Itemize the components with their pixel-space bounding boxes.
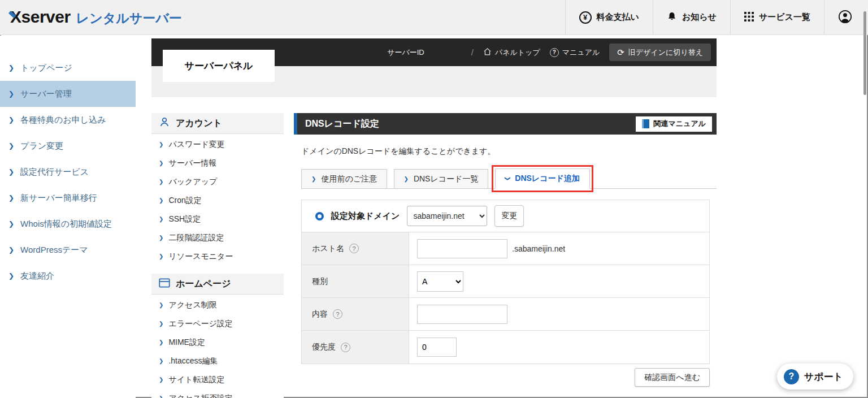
- sidebar-item-label: トップページ: [20, 63, 72, 73]
- sidebar-item-referral[interactable]: 友達紹介: [0, 263, 136, 289]
- tab-dns-record-list[interactable]: DNSレコード一覧: [394, 169, 489, 189]
- change-domain-button[interactable]: 変更: [494, 205, 524, 227]
- switch-old-design-button[interactable]: ⟳ 旧デザインに切り替え: [609, 44, 711, 61]
- chevron-right-icon: [8, 220, 14, 227]
- content-row: 内容 ?: [302, 298, 709, 331]
- menu-item-error-page[interactable]: エラーページ設定: [151, 314, 284, 333]
- tab-dns-record-add[interactable]: DNSレコード追加: [495, 168, 590, 189]
- hostname-suffix: .sabameijin.net: [512, 244, 565, 253]
- page-title-bar: DNSレコード設定 関連マニュアル: [294, 113, 717, 135]
- tab-precautions[interactable]: 使用前のご注意: [301, 169, 387, 189]
- account-section-title: アカウント: [176, 118, 222, 129]
- services-label: サービス一覧: [759, 12, 810, 23]
- page-description: ドメインのDNSレコードを編集することができます。: [301, 146, 717, 157]
- menu-item-access-restriction[interactable]: アクセス制限: [151, 296, 284, 314]
- server-panel-title: サーバーパネル: [163, 50, 275, 82]
- related-manual-button[interactable]: 関連マニュアル: [636, 116, 712, 132]
- radio-dot-icon: [315, 212, 324, 220]
- services-menu-item[interactable]: サービス一覧: [730, 0, 824, 34]
- sidebar-item-server-management[interactable]: サーバー管理: [0, 81, 136, 107]
- menu-item-two-factor[interactable]: 二段階認証設定: [151, 228, 284, 247]
- page-title: DNSレコード設定: [305, 118, 379, 130]
- vertical-scrollbar[interactable]: [863, 11, 866, 95]
- record-type-label: 種別: [312, 276, 328, 287]
- menu-item-mime[interactable]: MIME設定: [151, 333, 284, 352]
- header-menu: ¥ 料金支払い お知らせ サービス一覧: [565, 0, 868, 34]
- sidebar-item-server-migration[interactable]: 新サーバー簡単移行: [0, 185, 136, 211]
- question-circle-icon: ?: [550, 48, 559, 57]
- chevron-right-icon: [159, 254, 163, 259]
- notifications-menu-item[interactable]: お知らせ: [653, 0, 730, 34]
- chevron-right-icon: [159, 142, 163, 148]
- target-domain-row: 設定対象ドメイン sabameijin.net 変更: [302, 200, 709, 232]
- chevron-right-icon: [8, 168, 14, 175]
- menu-item-password-change[interactable]: パスワード変更: [151, 135, 284, 154]
- chevron-right-icon: [159, 321, 163, 327]
- sidebar-item-label: プラン変更: [20, 141, 63, 152]
- chevron-right-icon: [159, 396, 163, 398]
- book-icon: [642, 119, 649, 128]
- hostname-label: ホスト名: [312, 244, 344, 254]
- chevron-right-icon: [159, 340, 163, 345]
- form-actions: 確認画面へ進む: [301, 368, 710, 387]
- target-domain-label: 設定対象ドメイン: [331, 211, 400, 222]
- support-button[interactable]: ? サポート: [777, 364, 853, 390]
- sidebar-item-label: WordPressテーマ: [20, 245, 88, 256]
- hostname-input[interactable]: [417, 239, 507, 258]
- menu-item-resource-monitor[interactable]: リソースモニター: [151, 247, 284, 266]
- menu-item-site-redirect[interactable]: サイト転送設定: [151, 370, 284, 389]
- homepage-section-title: ホームページ: [176, 278, 231, 290]
- help-icon[interactable]: ?: [349, 244, 359, 253]
- menu-item-server-info[interactable]: サーバー情報: [151, 154, 284, 172]
- chevron-right-icon: [8, 272, 14, 279]
- chevron-right-icon: [159, 217, 163, 222]
- target-domain-select[interactable]: sabameijin.net: [407, 206, 487, 226]
- logo-x-mark: X: [10, 7, 21, 27]
- account-menu-item[interactable]: [824, 0, 868, 34]
- record-type-row: 種別 A: [302, 265, 709, 298]
- home-icon: [483, 47, 492, 58]
- menu-item-backup[interactable]: バックアップ: [151, 172, 284, 191]
- chevron-right-icon: [159, 302, 163, 308]
- sidebar-item-setup-agency[interactable]: 設定代行サービス: [0, 159, 136, 185]
- menu-item-htaccess[interactable]: .htaccess編集: [151, 352, 284, 370]
- menu-item-cron[interactable]: Cron設定: [151, 191, 284, 210]
- panel-top-link[interactable]: パネルトップ: [483, 47, 540, 58]
- payment-menu-item[interactable]: ¥ 料金支払い: [565, 0, 653, 34]
- chevron-right-icon: [159, 377, 163, 383]
- sidebar-item-plan-change[interactable]: プラン変更: [0, 133, 136, 159]
- server-id-label: サーバーID: [387, 47, 424, 58]
- separator: /: [471, 47, 474, 57]
- sidebar-item-benefits[interactable]: 各種特典のお申し込み: [0, 107, 136, 133]
- xserver-server-panel-page: Xserver レンタルサーバー ¥ 料金支払い お知らせ: [0, 0, 868, 398]
- record-type-select[interactable]: A: [417, 271, 463, 292]
- homepage-section-header: ホームページ: [151, 274, 284, 295]
- manual-label: マニュアル: [562, 47, 600, 58]
- menu-item-ssh[interactable]: SSH設定: [151, 210, 284, 228]
- sidebar-item-whois[interactable]: Whois情報の初期値設定: [0, 211, 136, 237]
- content-label: 内容: [312, 309, 328, 319]
- left-sidebar: トップページ サーバー管理 各種特典のお申し込み プラン変更 設定代行サービス …: [0, 36, 136, 398]
- sidebar-item-label: 友達紹介: [20, 271, 54, 282]
- account-section-header: アカウント: [151, 113, 284, 134]
- chevron-right-icon: [8, 246, 14, 253]
- sidebar-item-label: 各種特典のお申し込み: [20, 115, 106, 126]
- xserver-logo[interactable]: Xserver レンタルサーバー: [10, 7, 182, 27]
- refresh-icon: ⟳: [617, 48, 624, 57]
- logo-text: server: [21, 7, 71, 26]
- sidebar-item-top-page[interactable]: トップページ: [0, 55, 136, 81]
- chevron-right-icon: [311, 176, 316, 182]
- help-icon[interactable]: ?: [341, 343, 350, 352]
- priority-label: 優先度: [312, 342, 336, 352]
- content-input[interactable]: [417, 305, 507, 324]
- priority-row: 優先度 ?: [302, 331, 709, 364]
- menu-item-access-deny[interactable]: アクセス拒否設定: [151, 389, 284, 398]
- manual-link[interactable]: ? マニュアル: [550, 47, 600, 58]
- priority-input[interactable]: [417, 338, 457, 357]
- confirm-button[interactable]: 確認画面へ進む: [635, 368, 710, 387]
- payment-label: 料金支払い: [597, 12, 639, 23]
- help-icon[interactable]: ?: [333, 309, 342, 319]
- sidebar-item-wordpress-theme[interactable]: WordPressテーマ: [0, 237, 136, 263]
- yen-circle-icon: ¥: [579, 11, 592, 24]
- chevron-right-icon: [159, 198, 163, 204]
